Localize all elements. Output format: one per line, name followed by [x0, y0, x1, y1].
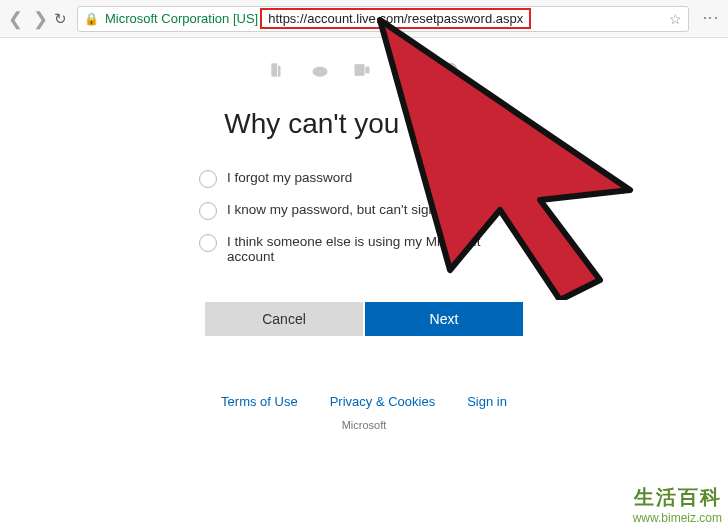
signin-link[interactable]: Sign in [467, 394, 507, 409]
cancel-button[interactable]: Cancel [205, 302, 363, 336]
forward-icon[interactable]: ❯ [33, 8, 48, 30]
option-label: I think someone else is using my Microso… [227, 234, 529, 264]
nav-arrows: ❮ ❯ [8, 8, 48, 30]
watermark-cn: 生活百科 [633, 484, 722, 511]
next-button-label: Next [430, 311, 459, 327]
onedrive-icon [310, 60, 330, 80]
bookmark-star-icon[interactable]: ☆ [669, 11, 682, 27]
option-forgot-password[interactable]: I forgot my password [199, 170, 529, 188]
options-group: I forgot my password I know my password,… [199, 170, 529, 264]
address-bar[interactable]: 🔒 Microsoft Corporation [US] https://acc… [77, 6, 689, 32]
svg-rect-3 [355, 64, 365, 76]
org-label: Microsoft Corporation [US] [105, 11, 258, 26]
page-title: Why can't you sign in? [0, 108, 728, 140]
back-icon[interactable]: ❮ [8, 8, 23, 30]
next-button[interactable]: Next [365, 302, 523, 336]
svg-point-2 [313, 67, 328, 77]
svg-rect-0 [271, 63, 277, 76]
browser-menu-icon[interactable]: ⋮ [701, 10, 720, 27]
outlook-icon [352, 60, 372, 80]
browser-toolbar: ❮ ❯ ↻ 🔒 Microsoft Corporation [US] https… [0, 0, 728, 38]
svg-point-5 [443, 63, 458, 78]
office-icon [268, 60, 288, 80]
button-row: Cancel Next [0, 302, 728, 336]
radio-icon [199, 202, 217, 220]
xbox-icon [440, 60, 460, 80]
service-icons-row [0, 58, 728, 82]
reload-icon[interactable]: ↻ [54, 10, 67, 28]
cancel-button-label: Cancel [262, 311, 306, 327]
footer-brand: Microsoft [0, 419, 728, 431]
radio-icon [199, 170, 217, 188]
microsoft-logo-icon [394, 58, 418, 82]
svg-rect-1 [278, 66, 281, 77]
option-someone-else[interactable]: I think someone else is using my Microso… [199, 234, 529, 264]
watermark-url: www.bimeiz.com [633, 511, 722, 525]
option-know-password[interactable]: I know my password, but can't sign in [199, 202, 529, 220]
option-label: I forgot my password [227, 170, 352, 185]
lock-icon: 🔒 [84, 12, 99, 26]
url-text: https://account.live.com/resetpassword.a… [260, 8, 531, 29]
privacy-link[interactable]: Privacy & Cookies [330, 394, 435, 409]
page-content: Why can't you sign in? I forgot my passw… [0, 38, 728, 431]
footer-links: Terms of Use Privacy & Cookies Sign in [0, 394, 728, 409]
terms-link[interactable]: Terms of Use [221, 394, 298, 409]
svg-rect-4 [365, 67, 369, 74]
option-label: I know my password, but can't sign in [227, 202, 450, 217]
watermark: 生活百科 www.bimeiz.com [633, 484, 722, 525]
radio-icon [199, 234, 217, 252]
